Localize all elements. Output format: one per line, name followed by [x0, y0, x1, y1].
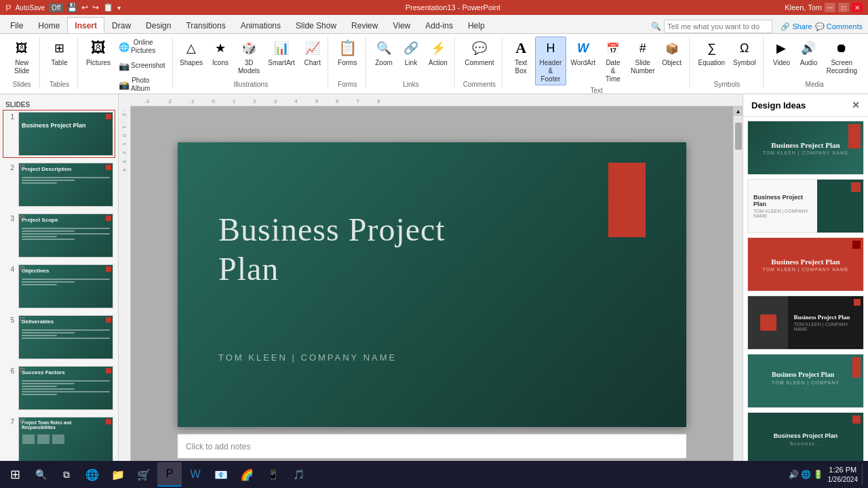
design-idea-5[interactable]: Business Project Plan TOM KLEEN | COMPAN…	[747, 354, 864, 408]
close-btn[interactable]: ✕	[852, 3, 863, 12]
video-btn[interactable]: ▶ Video	[768, 37, 794, 69]
shapes-btn[interactable]: △ Shapes	[176, 37, 206, 69]
design-idea-5-sub: TOM KLEEN | COMPANY	[772, 380, 840, 385]
wordart-btn[interactable]: W WordArt	[568, 37, 598, 69]
design-idea-1[interactable]: Business Project Plan TOM KLEEN | COMPAN…	[747, 121, 864, 175]
design-idea-6[interactable]: Business Project Plan Business...	[747, 412, 864, 466]
smartart-btn[interactable]: 📊 SmartArt	[264, 37, 298, 69]
tab-file[interactable]: File	[3, 17, 31, 33]
explorer-btn[interactable]: 📁	[106, 462, 130, 487]
slide-thumbnail-4[interactable]: 4 Objectives	[3, 262, 115, 310]
start-btn[interactable]: ⊞	[3, 462, 27, 487]
slides-section-label: Slides	[3, 100, 115, 110]
action-btn[interactable]: ⚡ Action	[425, 37, 451, 69]
minimize-btn[interactable]: ─	[825, 3, 835, 12]
tab-insert[interactable]: Insert	[67, 17, 104, 33]
chart-btn[interactable]: 📈 Chart	[300, 37, 326, 69]
slide-number-btn[interactable]: # SlideNumber	[628, 37, 658, 77]
design-idea-2-accent	[851, 182, 861, 192]
link-btn[interactable]: 🔗 Link	[398, 37, 424, 69]
autosave-toggle[interactable]: Off	[49, 3, 63, 12]
tab-animations[interactable]: Animations	[233, 17, 288, 33]
vertical-scrollbar[interactable]: ▲ ▼	[733, 106, 743, 474]
word-taskbar-btn[interactable]: W	[183, 462, 208, 487]
icons-btn[interactable]: ★ Icons	[208, 37, 233, 69]
photo-album-btn[interactable]: 📸 PhotoAlbum	[115, 75, 169, 94]
slide-number-3: 3	[5, 214, 14, 258]
chrome-taskbar-btn[interactable]: 🌈	[235, 462, 259, 487]
date-time-btn[interactable]: 📅 Date &Time	[599, 37, 626, 85]
comments-btn[interactable]: 💬 Comments	[815, 22, 863, 31]
design-idea-2-preview: Business Project Plan TOM KLEEN | COMPAN…	[748, 180, 863, 232]
tab-help[interactable]: Help	[460, 17, 492, 33]
new-slide-btn[interactable]: 🖼 NewSlide	[9, 37, 35, 77]
design-idea-2[interactable]: Business Project Plan TOM KLEEN | COMPAN…	[747, 179, 864, 233]
online-pictures-btn[interactable]: 🌐 OnlinePictures	[115, 37, 169, 57]
slide-line	[22, 228, 110, 229]
table-btn[interactable]: ⊞ Table	[47, 37, 73, 69]
design-idea-4-sub: TOM KLEEN | COMPANY NAME	[793, 322, 858, 331]
audio-btn[interactable]: 🔊 Audio	[795, 37, 821, 69]
outlook-taskbar-btn[interactable]: 📧	[209, 462, 233, 487]
user-name: Kleen, Tom	[785, 3, 822, 12]
tab-view[interactable]: View	[385, 17, 418, 33]
slide-thumb-5: Deliverables	[18, 315, 113, 359]
presentation-options-btn[interactable]: 📋	[103, 3, 113, 12]
slide-canvas[interactable]: Business Project Plan TOM KLEEN | COMPAN…	[178, 142, 686, 427]
slide-thumbnail-6[interactable]: 6 Success Factors	[3, 364, 115, 412]
tab-review[interactable]: Review	[344, 17, 385, 33]
undo-btn[interactable]: ↩	[81, 3, 88, 12]
app-logo: P	[5, 3, 12, 13]
design-idea-6-title: Business Project Plan	[774, 432, 838, 439]
tab-draw[interactable]: Draw	[104, 17, 138, 33]
action-icon: ⚡	[429, 39, 448, 58]
edge-btn[interactable]: 🌐	[80, 462, 104, 487]
store-btn[interactable]: 🛒	[132, 462, 156, 487]
zoom-btn[interactable]: 🔍 Zoom	[371, 37, 397, 69]
slide-thumbnail-2[interactable]: 2 Project Description	[3, 161, 115, 209]
slide-line	[22, 180, 75, 181]
tab-addins[interactable]: Add-ins	[418, 17, 460, 33]
slide-subtitle[interactable]: TOM KLEEN | COMPANY NAME	[218, 352, 397, 363]
tab-home[interactable]: Home	[31, 17, 67, 33]
comment-btn[interactable]: 💬 Comment	[461, 37, 497, 69]
symbol-btn[interactable]: Ω Symbol	[730, 37, 759, 69]
task-view-btn[interactable]: ⧉	[54, 462, 79, 487]
equation-label: Equation	[698, 59, 725, 67]
powerpoint-taskbar-btn[interactable]: P	[157, 462, 182, 487]
design-panel-close-btn[interactable]: ✕	[852, 100, 860, 110]
search-input[interactable]	[664, 20, 772, 33]
slide-thumbnail-3[interactable]: 3 Project Scope	[3, 211, 115, 260]
scroll-up-btn[interactable]: ▲	[734, 106, 743, 116]
maximize-btn[interactable]: □	[838, 3, 849, 12]
extra-app-1[interactable]: 📱	[260, 462, 285, 487]
tab-design[interactable]: Design	[138, 17, 178, 33]
slide-line	[22, 386, 57, 387]
equation-btn[interactable]: ∑ Equation	[695, 37, 728, 69]
search-taskbar-btn[interactable]: 🔍	[28, 462, 53, 487]
scroll-track[interactable]	[734, 116, 743, 464]
textbox-btn[interactable]: A TextBox	[509, 37, 534, 77]
slide-notes-area[interactable]: Click to add notes	[178, 434, 686, 458]
redo-btn[interactable]: ↪	[92, 3, 99, 12]
share-btn[interactable]: 🔗 Share	[781, 22, 812, 31]
quick-save-btn[interactable]: 💾	[67, 3, 77, 12]
forms-btn[interactable]: 📋 Forms	[334, 37, 360, 69]
3d-models-btn[interactable]: 🎲 3DModels	[235, 37, 263, 77]
slide-thumbnail-5[interactable]: 5 Deliverables	[3, 313, 115, 361]
canvas-scroll-inner[interactable]: Business Project Plan TOM KLEEN | COMPAN…	[131, 106, 733, 474]
design-idea-4[interactable]: Business Project Plan TOM KLEEN | COMPAN…	[747, 296, 864, 350]
tab-transitions[interactable]: Transitions	[178, 17, 233, 33]
screenshot-btn[interactable]: 📷 Screenshot	[115, 58, 169, 73]
tab-slideshow[interactable]: Slide Show	[288, 17, 344, 33]
design-idea-3[interactable]: Business Project Plan TOM KLEEN | COMPAN…	[747, 237, 864, 291]
show-desktop-btn[interactable]	[862, 464, 865, 485]
slide-main-title[interactable]: Business Project Plan	[218, 210, 446, 288]
extra-app-2[interactable]: 🎵	[286, 462, 311, 487]
slide-thumbnail-1[interactable]: 1 Business Project Plan	[3, 110, 115, 158]
screen-recording-btn[interactable]: ⏺ ScreenRecording	[823, 37, 861, 77]
object-btn[interactable]: 📦 Object	[659, 37, 685, 69]
pictures-btn[interactable]: 🖼 Pictures	[83, 37, 114, 69]
scroll-thumb[interactable]	[735, 123, 742, 150]
header-footer-btn[interactable]: H Header& Footer	[535, 37, 567, 85]
